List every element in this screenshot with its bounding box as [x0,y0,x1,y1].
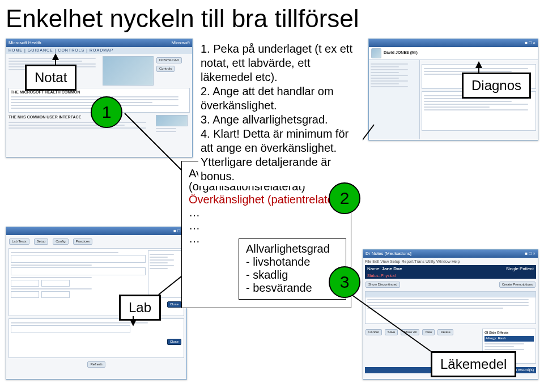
step-circle-3: 3 [329,266,360,298]
shot-notat-brand: Microsoft Health [8,40,41,46]
shot-med-name-label: Name: [367,266,381,271]
instructions-block: 1. Peka på underlaget (t ex ett notat, e… [198,40,363,186]
instruction-3: 3. Ange allvarlighetsgrad. [201,113,360,127]
severity-box: Allvarlighetsgrad - livshotande - skadli… [239,238,346,300]
menu-item-overkanslighet: Överkänslighet (patientrelate [189,193,344,206]
shot-med-btn-discontinued: Show Discontinued [366,282,400,288]
shot-med-status: Status=Physical [365,273,536,279]
shot-med-type: Single Patient [506,266,534,272]
instruction-2: 2. Ange att det handlar om överkänslighe… [201,84,360,113]
shot-notat-right: Microsoft [172,40,190,46]
severity-besvarande: - besvärande [246,282,339,295]
step-circle-2: 2 [329,182,360,214]
shot-diagnos-patient: David JONES (Mr) [384,50,418,55]
shot-med-name: Jane Doe [382,266,402,271]
shot-notat-tabs: HOME | GUIDANCE | CONTROLS | ROADMAP [6,47,192,54]
callout-lab: Lab [119,295,161,321]
step-circle-1: 1 [91,96,122,128]
shot-med-btn-create: Create Prescriptions [499,282,536,288]
callout-diagnos: Diagnos [462,73,531,99]
menu-item-ellipsis-2: … [189,219,344,232]
instruction-4: 4. Klart! Detta är minimum för att ange … [201,127,360,184]
severity-livshotande: - livshotande [246,255,339,269]
callout-notat: Notat [25,65,76,91]
instruction-1: 1. Peka på underlaget (t ex ett notat, e… [201,42,360,84]
shot-lakemedel-bar: Dr Notes [Medications] [366,251,411,257]
severity-skadlig: - skadlig [246,269,339,282]
menu-item-ellipsis-1: … [189,206,344,219]
callout-lakemedel: Läkemedel [431,351,516,377]
severity-title: Allvarlighetsgrad [246,242,339,255]
shot-notat-headline: THE MICROSOFT HEALTH COMMON [11,90,80,94]
page-title: Enkelhet nyckeln till bra tillförsel [6,5,544,33]
shot-notat-sub: THE NHS COMMON USER INTERFACE [8,115,81,119]
